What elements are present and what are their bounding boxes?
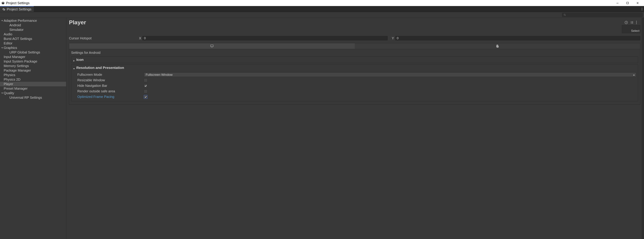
- sidebar-item-package-manager[interactable]: Package Manager: [0, 68, 66, 73]
- sidebar-item-player[interactable]: Player: [0, 82, 66, 86]
- tab-menu-button[interactable]: [640, 6, 644, 12]
- window-titlebar: Project Settings: [0, 0, 644, 6]
- x-label: X: [138, 36, 142, 40]
- foldout-resolution-header[interactable]: Resolution and Presentation: [71, 64, 638, 71]
- svg-point-7: [642, 9, 642, 9]
- monitor-icon: [210, 44, 214, 48]
- sidebar-item-label: URP Global Settings: [10, 50, 40, 54]
- fullscreen-mode-value: Fullscreen Window: [146, 73, 173, 77]
- svg-rect-29: [212, 47, 212, 47]
- chevron-right-icon: [73, 59, 75, 61]
- sidebar-item-universal-rp-settings[interactable]: Universal RP Settings: [0, 95, 66, 100]
- sidebar-item-burst-aot-settings[interactable]: Burst AOT Settings: [0, 36, 66, 41]
- cursor-hotspot-label: Cursor Hotspot: [69, 36, 138, 40]
- sidebar-item-physics[interactable]: Physics: [0, 73, 66, 77]
- fullscreen-mode-dropdown[interactable]: Fullscreen Window: [144, 72, 636, 77]
- platform-tabs: [69, 43, 640, 49]
- svg-marker-34: [633, 75, 635, 76]
- sidebar-item-label: Simulator: [10, 28, 24, 32]
- sidebar-item-label: Adaptive Performance: [4, 19, 37, 23]
- svg-rect-16: [631, 21, 632, 22]
- settings-sidebar[interactable]: Adaptive PerformanceAndroidSimulatorAudi…: [0, 18, 66, 239]
- platform-section-title: Settings for Android: [71, 51, 638, 55]
- window-title: Project Settings: [6, 1, 612, 5]
- sidebar-item-graphics[interactable]: Graphics: [0, 46, 66, 50]
- chevron-down-icon: [1, 20, 3, 22]
- sidebar-item-urp-global-settings[interactable]: URP Global Settings: [0, 50, 66, 55]
- chevron-down-icon: [633, 73, 635, 77]
- kebab-icon[interactable]: [636, 21, 639, 24]
- chevron-down-icon: [73, 67, 75, 69]
- platform-tab-standalone[interactable]: [69, 43, 355, 49]
- sidebar-item-editor[interactable]: Editor: [0, 41, 66, 46]
- tab-project-settings[interactable]: Project Settings: [0, 6, 34, 12]
- sidebar-item-label: Quality: [4, 91, 14, 95]
- svg-point-8: [642, 10, 642, 10]
- search-icon: [564, 14, 566, 16]
- svg-marker-11: [1, 20, 3, 21]
- android-icon: [496, 44, 499, 48]
- foldout-resolution: Resolution and Presentation Fullscreen M…: [71, 64, 638, 101]
- sidebar-item-label: Audio: [4, 32, 12, 36]
- search-input[interactable]: [562, 13, 643, 17]
- sidebar-item-preset-manager[interactable]: Preset Manager: [0, 86, 66, 91]
- optimized-frame-pacing-checkbox[interactable]: [144, 95, 148, 99]
- hide-nav-bar-checkbox[interactable]: [144, 84, 148, 88]
- resizable-window-checkbox[interactable]: [144, 78, 148, 82]
- unity-icon: [1, 1, 5, 5]
- sidebar-item-label: Graphics: [4, 46, 17, 50]
- sidebar-item-label: Editor: [4, 41, 12, 45]
- foldout-icon-label: Icon: [76, 58, 84, 62]
- platform-tab-android[interactable]: [355, 43, 640, 49]
- tab-label: Project Settings: [7, 7, 32, 11]
- cursor-hotspot-x-input[interactable]: [142, 36, 388, 40]
- svg-marker-33: [73, 68, 75, 69]
- main-scrollbar[interactable]: [642, 18, 644, 239]
- close-button[interactable]: [632, 0, 643, 6]
- foldout-icon: Icon: [71, 56, 638, 63]
- sidebar-item-memory-settings[interactable]: Memory Settings: [0, 64, 66, 68]
- sidebar-item-label: Physics 2D: [4, 78, 20, 81]
- foldout-icon-header[interactable]: Icon: [71, 56, 638, 63]
- cursor-hotspot-y-input[interactable]: [395, 36, 640, 40]
- help-icon[interactable]: ?: [624, 21, 628, 24]
- svg-rect-18: [631, 23, 632, 23]
- foldout-resolution-label: Resolution and Presentation: [76, 66, 124, 70]
- maximize-button[interactable]: [622, 0, 632, 6]
- sidebar-item-android[interactable]: Android: [0, 23, 66, 27]
- svg-text:?: ?: [626, 21, 627, 23]
- sidebar-item-input-manager[interactable]: Input Manager: [0, 55, 66, 59]
- gear-icon: [2, 8, 5, 11]
- svg-rect-2: [616, 3, 618, 3]
- svg-point-30: [497, 45, 497, 45]
- fullscreen-mode-label: Fullscreen Mode: [77, 73, 144, 77]
- texture-select[interactable]: Select: [622, 25, 640, 33]
- svg-line-10: [565, 15, 566, 16]
- svg-rect-24: [632, 23, 633, 23]
- minimize-button[interactable]: [612, 0, 622, 6]
- sidebar-item-audio[interactable]: Audio: [0, 32, 66, 36]
- optimized-frame-pacing-label[interactable]: Optimized Frame Pacing: [77, 95, 144, 99]
- preset-icon[interactable]: [630, 21, 634, 24]
- sidebar-item-adaptive-performance[interactable]: Adaptive Performance: [0, 18, 66, 23]
- render-outside-safe-label: Render outside safe area: [77, 89, 144, 93]
- svg-marker-32: [74, 60, 74, 62]
- settings-toolbar: [0, 12, 644, 18]
- sidebar-item-label: Physics: [4, 73, 15, 77]
- svg-point-26: [636, 22, 637, 23]
- chevron-down-icon: [1, 47, 3, 49]
- sidebar-item-label: Package Manager: [4, 68, 31, 72]
- y-label: Y: [391, 36, 395, 40]
- sidebar-item-label: Input System Package: [4, 59, 37, 63]
- sidebar-item-quality[interactable]: Quality: [0, 91, 66, 95]
- settings-main: Player ? Select Cursor Hotspot X Y: [66, 18, 642, 239]
- sidebar-item-physics-2d[interactable]: Physics 2D: [0, 77, 66, 82]
- sidebar-item-label: Preset Manager: [4, 87, 28, 90]
- page-title: Player: [69, 19, 624, 26]
- render-outside-safe-checkbox[interactable]: [144, 89, 148, 93]
- sidebar-item-input-system-package[interactable]: Input System Package: [0, 59, 66, 64]
- svg-rect-22: [632, 21, 633, 22]
- sidebar-item-label: Input Manager: [4, 55, 25, 59]
- sidebar-item-simulator[interactable]: Simulator: [0, 27, 66, 32]
- sidebar-item-label: Android: [10, 23, 21, 27]
